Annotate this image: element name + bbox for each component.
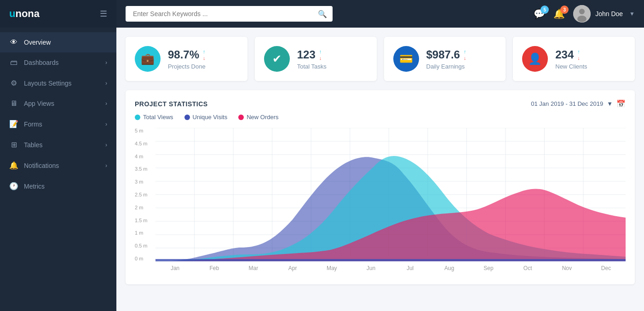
legend-label: Total Views	[143, 114, 173, 121]
search-box: 🔍	[126, 6, 333, 22]
nav-icon-dashboards: 🗃	[9, 58, 18, 67]
chevron-right-icon: ›	[105, 142, 107, 148]
hamburger-icon[interactable]: ☰	[100, 9, 107, 19]
legend-item-new-orders: New Orders	[238, 114, 278, 121]
legend-item-total-views: Total Views	[135, 114, 173, 121]
chart-x-label: Apr	[273, 265, 312, 271]
chart-y-labels: 0 m0.5 m1 m1.5 m2 m2.5 m3 m3.5 m4 m4.5 m…	[135, 128, 153, 261]
stat-value-total-tasks: 123 ↑ ↓	[297, 48, 368, 61]
chart-y-label: 4 m	[135, 154, 153, 159]
sidebar-item-label-dashboards: Dashboards	[24, 59, 59, 66]
chart-y-label: 3.5 m	[135, 166, 153, 172]
chart-x-label: Mar	[234, 265, 273, 271]
chart-x-labels: JanFebMarAprMayJunJulAugSepOctNovDec	[155, 261, 626, 275]
notifications-button[interactable]: 🔔 3	[553, 8, 565, 19]
sidebar-item-label-layouts-settings: Layouts Settings	[24, 80, 72, 87]
sidebar-item-label-notifications: Notifications	[24, 162, 59, 169]
main-content: 🔍 💬 5 🔔 3 John Doe	[116, 0, 644, 311]
chart-x-label: May	[312, 265, 351, 271]
sidebar-item-notifications[interactable]: 🔔 Notifications ›	[0, 155, 116, 176]
sidebar-item-overview[interactable]: 👁 Overview	[0, 32, 116, 52]
arrow-up-icon: ↑	[203, 49, 206, 54]
stat-info-projects-done: 98.7% ↑ ↓ Projects Done	[168, 48, 238, 70]
chart-y-label: 2.5 m	[135, 192, 153, 197]
arrow-down-icon: ↓	[319, 55, 322, 61]
chart-x-label: Nov	[547, 265, 586, 271]
messages-button[interactable]: 💬 5	[534, 8, 545, 19]
chart-y-label: 1.5 m	[135, 218, 153, 223]
sidebar-item-layouts-settings[interactable]: ⚙ Layouts Settings ›	[0, 73, 116, 93]
chart-y-label: 1 m	[135, 230, 153, 236]
stat-label-total-tasks: Total Tasks	[297, 63, 368, 70]
stat-arrows-total-tasks: ↑ ↓	[319, 49, 322, 61]
sidebar-item-forms[interactable]: 📝 Forms ›	[0, 114, 116, 134]
sidebar-item-app-views[interactable]: 🖥 App Views ›	[0, 93, 116, 114]
chart-y-label: 0.5 m	[135, 243, 153, 248]
chevron-right-icon: ›	[105, 121, 107, 127]
arrow-up-icon: ↑	[577, 49, 580, 54]
stat-card-new-clients: 👤 234 ↑ ↓ New Clients	[513, 37, 635, 81]
stat-card-projects-done: 💼 98.7% ↑ ↓ Projects Done	[126, 37, 247, 81]
sidebar: unona ☰ 👁 Overview 🗃 Dashboards › ⚙ Layo…	[0, 0, 116, 311]
topbar: 🔍 💬 5 🔔 3 John Doe	[116, 0, 644, 28]
sidebar-item-label-tables: Tables	[24, 141, 42, 149]
content-area: 💼 98.7% ↑ ↓ Projects Done ✔ 123 ↑ ↓ Tota…	[116, 28, 644, 311]
stat-arrows-daily-earnings: ↑ ↓	[464, 49, 466, 61]
chevron-right-icon: ›	[105, 59, 107, 66]
chart-x-label: Oct	[508, 265, 547, 271]
nav-icon-forms: 📝	[9, 120, 18, 128]
sidebar-item-label-forms: Forms	[24, 121, 42, 128]
chart-legend: Total Views Unique Visits New Orders	[135, 114, 626, 121]
stat-icon-daily-earnings: 💳	[393, 46, 419, 72]
stat-value-projects-done: 98.7% ↑ ↓	[168, 48, 238, 61]
user-name: John Doe	[595, 10, 623, 17]
stat-cards: 💼 98.7% ↑ ↓ Projects Done ✔ 123 ↑ ↓ Tota…	[126, 37, 635, 81]
svg-point-2	[577, 16, 586, 22]
topbar-right: 💬 5 🔔 3 John Doe ▼	[534, 5, 635, 23]
nav-icon-overview: 👁	[9, 38, 18, 46]
legend-dot	[135, 115, 140, 120]
chart-y-label: 2 m	[135, 205, 153, 210]
chart-header: PROJECT STATISTICS 01 Jan 2019 - 31 Dec …	[135, 99, 626, 108]
sidebar-item-dashboards[interactable]: 🗃 Dashboards ›	[0, 52, 116, 73]
stat-label-daily-earnings: Daily Earnings	[426, 63, 497, 70]
stat-label-projects-done: Projects Done	[168, 63, 238, 70]
stat-card-daily-earnings: 💳 $987.6 ↑ ↓ Daily Earnings	[384, 37, 506, 81]
chart-date-text: 01 Jan 2019 - 31 Dec 2019	[531, 100, 603, 107]
stat-info-daily-earnings: $987.6 ↑ ↓ Daily Earnings	[426, 48, 497, 70]
arrow-down-icon: ↓	[464, 55, 466, 61]
chart-y-label: 4.5 m	[135, 141, 153, 146]
chart-date-range[interactable]: 01 Jan 2019 - 31 Dec 2019 ▼ 📅	[531, 99, 626, 108]
chevron-right-icon: ›	[105, 80, 107, 86]
chart-x-label: Jan	[155, 265, 195, 271]
calendar-icon: 📅	[616, 99, 626, 108]
arrow-down-icon: ↓	[203, 55, 206, 61]
stat-card-total-tasks: ✔ 123 ↑ ↓ Total Tasks	[255, 37, 377, 81]
messages-badge: 5	[540, 6, 549, 14]
stat-arrows-new-clients: ↑ ↓	[577, 49, 580, 61]
legend-item-unique-visits: Unique Visits	[184, 114, 228, 121]
notifications-badge: 3	[560, 6, 569, 14]
stat-arrows-projects-done: ↑ ↓	[203, 49, 206, 61]
nav-icon-app-views: 🖥	[9, 99, 18, 108]
legend-label: New Orders	[247, 114, 278, 121]
logo: unona	[9, 8, 40, 20]
legend-label: Unique Visits	[193, 114, 228, 121]
avatar	[573, 5, 591, 23]
user-profile[interactable]: John Doe ▼	[573, 5, 635, 23]
stat-info-new-clients: 234 ↑ ↓ New Clients	[555, 48, 626, 70]
stat-value-daily-earnings: $987.6 ↑ ↓	[426, 48, 497, 61]
stat-icon-new-clients: 👤	[522, 46, 548, 72]
stat-info-total-tasks: 123 ↑ ↓ Total Tasks	[297, 48, 368, 70]
sidebar-item-metrics[interactable]: 🕐 Metrics	[0, 176, 116, 196]
chart-y-label: 0 m	[135, 256, 153, 261]
sidebar-item-tables[interactable]: ⊞ Tables ›	[0, 134, 116, 155]
sidebar-logo: unona ☰	[0, 0, 116, 28]
chart-canvas	[155, 128, 626, 261]
nav-icon-layouts-settings: ⚙	[9, 79, 18, 87]
search-input[interactable]	[126, 6, 333, 22]
chart-x-label: Aug	[430, 265, 469, 271]
stat-label-new-clients: New Clients	[555, 63, 626, 70]
sidebar-item-label-overview: Overview	[24, 39, 51, 46]
chart-title: PROJECT STATISTICS	[135, 100, 208, 108]
